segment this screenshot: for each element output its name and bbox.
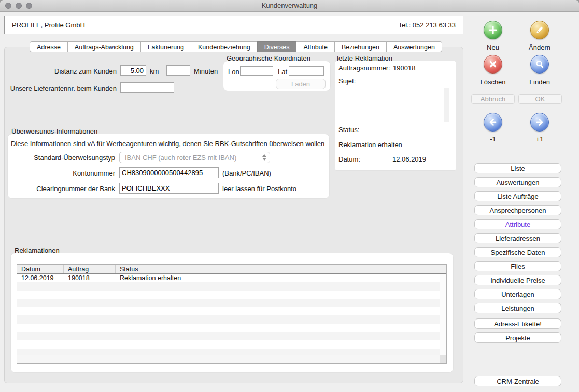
account-hint: (Bank/PC/IBAN) [222,169,271,177]
new-button[interactable] [484,21,502,39]
account-label: Kontonummer [10,169,115,177]
arrow-left-icon [488,117,498,127]
sidebar-item-crm-zentrale[interactable]: CRM-Zentrale [474,376,561,386]
minutes-input[interactable] [166,65,190,76]
table-row[interactable] [17,315,440,324]
table-row[interactable] [17,349,440,355]
transfer-type-dropdown[interactable]: IBAN CHF (auch roter EZS mit IBAN) [119,152,270,163]
tab-bar: AdresseAuftrags-AbwicklungFakturierungKu… [30,41,442,52]
plus-icon [488,25,498,35]
sidebar-item-liste[interactable]: Liste [474,163,561,173]
table-row[interactable] [17,324,440,332]
pencil-icon [534,25,545,35]
table-row[interactable] [17,340,440,349]
cancel-button[interactable]: Abbruch [471,94,515,104]
date-label: Datum: [338,155,360,163]
chevron-up-down-icon [262,154,266,161]
supplier-no-label: Unsere Lieferantennr. beim Kunden [9,84,117,92]
sidebar-item-projekte[interactable]: Projekte [474,332,561,343]
table-horizontal-scrollbar[interactable] [17,355,440,363]
transfer-type-value: IBAN CHF (auch roter EZS mit IBAN) [125,154,236,162]
search-icon [534,59,545,69]
title-bar: Kundenverwaltung [0,0,579,12]
x-icon [488,60,498,69]
table-vertical-scrollbar[interactable] [440,274,446,355]
column-header-status[interactable]: Status [116,265,446,273]
tab-adresse[interactable]: Adresse [30,41,68,52]
tab-attribute[interactable]: Attribute [296,41,335,52]
supplier-no-input[interactable] [120,82,174,93]
sidebar-item-lieferadressen[interactable]: Lieferadressen [474,233,561,243]
tab-auftrags-abwicklung[interactable]: Auftrags-Abwicklung [67,41,141,52]
edit-button-label: Ändern [519,43,560,51]
status-value: Reklamation erhalten [338,141,402,149]
distance-input[interactable] [120,65,146,76]
sidebar-item-files[interactable]: Files [474,261,561,271]
table-cell: 190018 [64,274,116,282]
customer-phone: Tel.: 052 213 63 33 [398,21,456,29]
find-button[interactable] [530,55,549,74]
arrow-right-icon [534,117,545,127]
tab-kundenbeziehung[interactable]: Kundenbeziehung [191,41,258,52]
column-header-datum[interactable]: Datum [17,265,64,273]
table-cell: Reklamation erhalten [116,274,440,282]
previous-record-label: -1 [472,135,514,143]
sidebar-item-ansprechpersonen[interactable]: Ansprechpersonen [474,205,561,215]
lat-input[interactable] [289,66,324,76]
subject-label: Sujet: [338,77,356,85]
lon-label: Lon [228,68,239,76]
status-label: Status: [338,126,359,134]
edit-button[interactable] [530,21,549,39]
lon-input[interactable] [240,66,273,76]
previous-record-button[interactable] [484,113,502,132]
table-row[interactable] [17,307,440,315]
sidebar-nav: ListeAuswertungenListe AufträgeAnsprechp… [474,163,561,343]
tab-auswertungen[interactable]: Auswertungen [386,41,442,52]
customer-name: PROFILE, Profile GmbH [12,21,85,29]
account-input[interactable] [119,167,219,178]
minutes-label: Minuten [194,67,218,75]
tab-diverses[interactable]: Diverses [257,41,297,52]
sidebar-item-liste-aufträge[interactable]: Liste Aufträge [474,191,561,201]
sidebar-item-attribute[interactable]: Attribute [474,219,561,229]
order-no-label: Auftragsnummer: [338,64,390,72]
subject-scrollbar[interactable] [444,88,449,122]
delete-button[interactable] [484,55,502,74]
kundenverwaltung-window: Kundenverwaltung PROFILE, Profile GmbH T… [0,0,579,392]
find-button-label: Finden [519,78,560,86]
window-title: Kundenverwaltung [0,2,579,9]
table-row[interactable]: 12.06.2019190018Reklamation erhalten [17,274,440,282]
delete-button-label: Löschen [472,78,514,86]
sidebar-item-adress-etikette[interactable]: Adress-Etikette! [474,318,561,329]
date-value: 12.06.2019 [392,155,426,163]
next-record-button[interactable] [530,113,549,132]
table-cell: 12.06.2019 [17,274,64,282]
new-button-label: Neu [472,43,514,51]
sidebar-item-leistungen[interactable]: Leistungen [474,303,561,313]
distance-label: Distanz zum Kunden [13,67,117,75]
distance-unit-label: km [150,67,159,75]
sidebar-item-individuelle-preise[interactable]: Individuelle Preise [474,275,561,285]
transfer-note: Diese Informationen sind vA für Werbeage… [11,140,324,148]
ok-button[interactable]: OK [518,94,562,104]
clearing-input[interactable] [119,183,219,194]
customer-header: PROFILE, Profile GmbH Tel.: 052 213 63 3… [4,16,463,34]
sidebar-item-auswertungen[interactable]: Auswertungen [474,177,561,187]
table-row[interactable] [17,291,440,299]
lat-label: Lat [278,68,287,76]
table-row[interactable] [17,282,440,291]
transfer-type-label: Standard-Überweisungstyp [10,154,115,162]
sidebar-item-unterlagen[interactable]: Unterlagen [474,289,561,299]
table-body: 12.06.2019190018Reklamation erhalten [17,274,440,355]
table-scroll-corner [440,355,446,363]
clearing-hint: leer lassen für Postkonto [222,185,296,193]
complaints-table: Datum Auftrag Status 12.06.2019190018Rek… [17,264,447,364]
load-button[interactable]: Laden [276,79,326,89]
column-header-auftrag[interactable]: Auftrag [64,265,116,273]
tab-beziehungen[interactable]: Beziehungen [334,41,387,52]
table-row[interactable] [17,299,440,307]
table-row[interactable] [17,332,440,340]
table-header: Datum Auftrag Status [17,265,446,274]
tab-fakturierung[interactable]: Fakturierung [140,41,191,52]
sidebar-item-spezifische-daten[interactable]: Spezifische Daten [474,247,561,257]
